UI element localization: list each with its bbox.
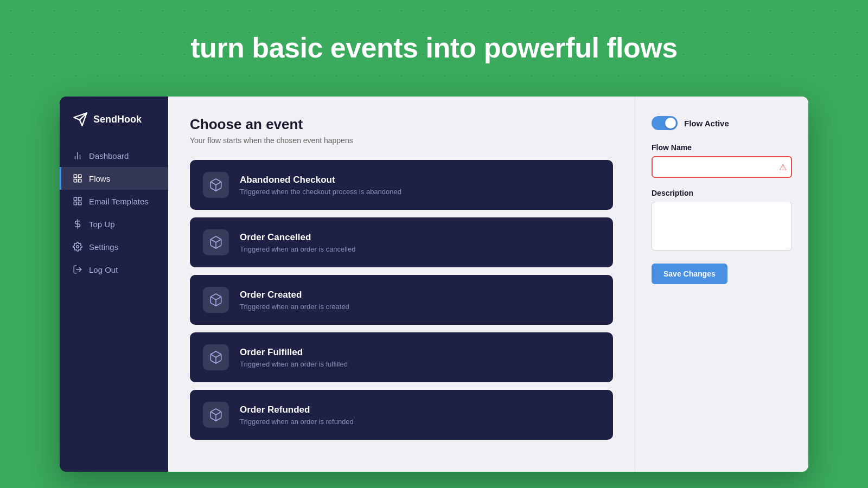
hero-title: turn basic events into powerful flows [190, 31, 677, 64]
sidebar-logo: SendHook [60, 112, 168, 144]
svg-rect-9 [74, 197, 76, 200]
event-text-order-refunded: Order Refunded Triggered when an order i… [240, 404, 354, 426]
sidebar-item-settings[interactable]: Settings [60, 235, 168, 258]
event-icon-wrap-order-created [203, 287, 229, 313]
event-card-order-fulfilled[interactable]: Order Fulfilled Triggered when an order … [190, 332, 613, 382]
svg-rect-12 [79, 202, 81, 205]
event-text-order-created: Order Created Triggered when an order is… [240, 290, 349, 311]
right-panel: Flow Active Flow Name ⚠ Description Save… [635, 97, 808, 472]
sidebar-item-dashboard-label: Dashboard [89, 151, 129, 160]
sidebar-item-flows[interactable]: Flows [60, 167, 168, 190]
event-name-order-refunded: Order Refunded [240, 404, 354, 415]
flow-name-input[interactable] [652, 156, 792, 178]
event-name-order-fulfilled: Order Fulfilled [240, 347, 348, 358]
save-changes-button[interactable]: Save Changes [652, 264, 727, 284]
box-icon-abandoned-checkout [209, 178, 223, 192]
event-text-abandoned-checkout: Abandoned Checkout Triggered when the ch… [240, 175, 401, 196]
panel-subtitle: Your flow starts when the chosen event h… [190, 136, 613, 145]
flow-active-toggle[interactable] [652, 116, 678, 130]
flow-active-label: Flow Active [684, 119, 729, 128]
flow-name-input-wrapper: ⚠ [652, 156, 792, 178]
sidebar-item-flows-label: Flows [89, 174, 110, 183]
event-name-order-cancelled: Order Cancelled [240, 232, 355, 243]
sidebar-item-settings-label: Settings [89, 242, 118, 252]
panel-title: Choose an event [190, 116, 613, 133]
bar-chart-icon [73, 151, 82, 160]
svg-rect-5 [74, 175, 76, 177]
description-label: Description [652, 189, 792, 197]
flow-active-row: Flow Active [652, 116, 792, 130]
grid-icon [73, 196, 82, 206]
event-text-order-fulfilled: Order Fulfilled Triggered when an order … [240, 347, 348, 368]
event-icon-wrap-order-refunded [203, 402, 229, 428]
sidebar-item-dashboard[interactable]: Dashboard [60, 144, 168, 167]
box-icon-order-created [209, 293, 223, 307]
sidebar-item-email-templates-label: Email Templates [89, 197, 149, 206]
event-desc-abandoned-checkout: Triggered when the checkout process is a… [240, 188, 401, 196]
event-desc-order-refunded: Triggered when an order is refunded [240, 418, 354, 426]
toggle-slider [652, 116, 678, 130]
event-icon-wrap-order-cancelled [203, 229, 229, 255]
svg-rect-7 [79, 179, 81, 182]
event-name-abandoned-checkout: Abandoned Checkout [240, 175, 401, 185]
svg-rect-6 [79, 175, 81, 177]
box-icon-order-cancelled [209, 235, 223, 249]
box-icon-order-fulfilled [209, 350, 223, 364]
events-panel: Choose an event Your flow starts when th… [168, 97, 635, 472]
event-card-order-cancelled[interactable]: Order Cancelled Triggered when an order … [190, 217, 613, 267]
svg-rect-8 [74, 179, 76, 182]
description-textarea[interactable] [652, 202, 792, 251]
sidebar-item-logout[interactable]: Log Out [60, 258, 168, 281]
dollar-icon [73, 219, 82, 229]
brand-name: SendHook [93, 114, 142, 125]
event-icon-wrap-order-fulfilled [203, 344, 229, 370]
flows-icon [73, 174, 82, 183]
svg-rect-10 [79, 197, 81, 200]
main-content: Choose an event Your flow starts when th… [168, 97, 808, 472]
app-window: SendHook Dashboard Flows [60, 97, 808, 472]
hero-banner: turn basic events into powerful flows [0, 0, 868, 95]
sidebar-item-top-up[interactable]: Top Up [60, 213, 168, 235]
event-icon-wrap-abandoned-checkout [203, 172, 229, 198]
flow-name-label: Flow Name [652, 143, 792, 152]
event-name-order-created: Order Created [240, 290, 349, 300]
sidebar-item-logout-label: Log Out [89, 265, 118, 274]
event-desc-order-fulfilled: Triggered when an order is fulfilled [240, 360, 348, 368]
logo-icon [73, 112, 88, 127]
input-error-icon: ⚠ [779, 162, 787, 172]
sidebar: SendHook Dashboard Flows [60, 97, 168, 472]
sidebar-item-email-templates[interactable]: Email Templates [60, 190, 168, 213]
event-card-order-created[interactable]: Order Created Triggered when an order is… [190, 275, 613, 325]
event-desc-order-created: Triggered when an order is created [240, 303, 349, 311]
event-desc-order-cancelled: Triggered when an order is cancelled [240, 245, 355, 253]
gear-icon [73, 242, 82, 252]
svg-rect-11 [74, 202, 76, 205]
event-text-order-cancelled: Order Cancelled Triggered when an order … [240, 232, 355, 253]
svg-point-14 [76, 246, 79, 248]
sidebar-nav: Dashboard Flows [60, 144, 168, 281]
event-card-order-refunded[interactable]: Order Refunded Triggered when an order i… [190, 390, 613, 440]
logout-icon [73, 265, 82, 274]
box-icon-order-refunded [209, 408, 223, 422]
event-card-abandoned-checkout[interactable]: Abandoned Checkout Triggered when the ch… [190, 160, 613, 210]
sidebar-item-top-up-label: Top Up [89, 220, 115, 229]
